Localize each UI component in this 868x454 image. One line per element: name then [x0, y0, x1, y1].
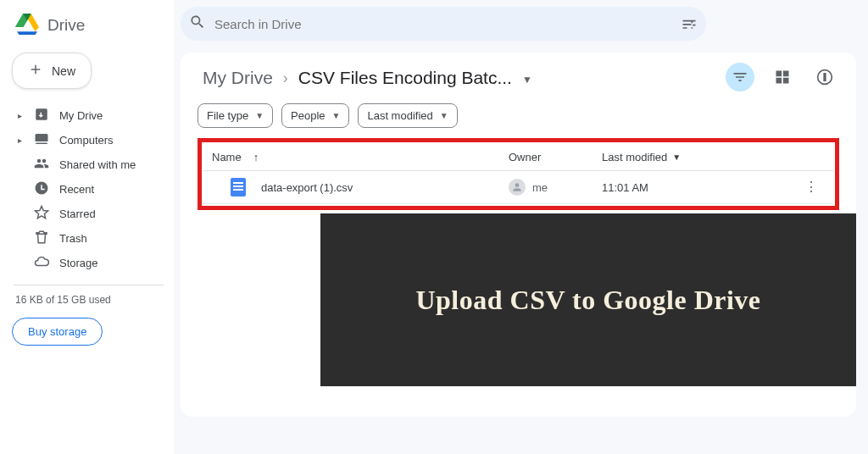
- sidebar-item-my-drive[interactable]: ▸ My Drive: [12, 104, 165, 127]
- filter-toggle-button[interactable]: [726, 63, 754, 91]
- storage-usage-text: 16 KB of 15 GB used: [12, 294, 165, 306]
- filter-chip-last-modified[interactable]: Last modified▼: [358, 103, 457, 128]
- sidebar-item-label: Starred: [59, 208, 162, 220]
- column-header-owner[interactable]: Owner: [509, 151, 602, 163]
- sidebar-item-label: Recent: [59, 183, 162, 196]
- sidebar-item-recent[interactable]: ▸ Recent: [12, 178, 165, 201]
- sort-arrow-up-icon[interactable]: ↑: [253, 151, 259, 163]
- search-input[interactable]: [206, 17, 681, 31]
- overlay-caption: Upload CSV to Google Drive: [415, 285, 760, 316]
- caret-down-icon[interactable]: ▼: [522, 70, 532, 86]
- filter-chip-people[interactable]: People▼: [281, 103, 349, 128]
- new-button-label: New: [52, 64, 75, 78]
- chip-label: People: [291, 109, 325, 122]
- caret-down-icon: ▼: [332, 111, 341, 120]
- sidebar: Drive New ▸ My Drive ▸ Computers ▸ Share…: [0, 0, 174, 454]
- caret-down-icon: ▼: [255, 111, 264, 120]
- search-options-icon[interactable]: [681, 15, 698, 32]
- trash-icon: [34, 230, 49, 247]
- drive-logo-icon: [15, 14, 39, 37]
- row-more-actions-button[interactable]: ⋮: [803, 180, 820, 194]
- chip-label: File type: [207, 109, 248, 122]
- starred-icon: [34, 205, 49, 223]
- sidebar-item-trash[interactable]: ▸ Trash: [12, 227, 165, 250]
- file-name: data-export (1).csv: [261, 181, 353, 194]
- modified-time: 11:01 AM: [602, 181, 737, 194]
- sidebar-item-label: Trash: [59, 232, 162, 245]
- caret-down-icon: ▼: [440, 111, 448, 120]
- sidebar-item-label: Storage: [59, 257, 162, 269]
- expand-icon[interactable]: ▸: [15, 136, 24, 145]
- my-drive-icon: [34, 107, 49, 125]
- sidebar-item-computers[interactable]: ▸ Computers: [12, 129, 165, 152]
- sidebar-item-storage[interactable]: ▸ Storage: [12, 252, 165, 274]
- chevron-right-icon: ›: [283, 69, 288, 87]
- plus-icon: [28, 62, 43, 80]
- new-button[interactable]: New: [12, 53, 92, 89]
- breadcrumb-current[interactable]: CSV Files Encoding Batc...: [293, 64, 517, 91]
- cloud-icon: [34, 254, 49, 272]
- grid-view-button[interactable]: [768, 63, 797, 91]
- caret-down-icon: ▼: [672, 152, 681, 162]
- chip-label: Last modified: [367, 109, 432, 122]
- view-toolbar: [726, 63, 839, 91]
- filter-chip-file-type[interactable]: File type▼: [198, 103, 273, 128]
- sidebar-item-starred[interactable]: ▸ Starred: [12, 202, 165, 225]
- owner-avatar-icon: [509, 179, 526, 196]
- brand[interactable]: Drive: [12, 8, 165, 51]
- search-bar[interactable]: [181, 7, 706, 41]
- recent-icon: [34, 180, 49, 198]
- owner-name: me: [532, 181, 548, 194]
- table-header-row: Name ↑ Owner Last modified ▼: [203, 146, 833, 171]
- annotation-overlay: Upload CSV to Google Drive: [320, 213, 856, 386]
- brand-name: Drive: [47, 16, 85, 35]
- column-header-modified[interactable]: Last modified ▼: [602, 151, 737, 163]
- file-table-highlight: Name ↑ Owner Last modified ▼ data-export…: [198, 138, 839, 210]
- buy-storage-button[interactable]: Buy storage: [12, 318, 103, 346]
- column-label: Last modified: [602, 151, 667, 163]
- computers-icon: [34, 131, 49, 149]
- table-row[interactable]: data-export (1).csv me 11:01 AM ⋮: [203, 171, 833, 204]
- sidebar-divider: [14, 285, 164, 285]
- expand-icon[interactable]: ▸: [15, 111, 24, 120]
- file-icon: [231, 178, 246, 197]
- filter-chips: File type▼ People▼ Last modified▼: [198, 103, 839, 128]
- sidebar-item-label: Shared with me: [59, 158, 162, 171]
- sidebar-item-label: My Drive: [59, 109, 162, 122]
- sidebar-item-shared[interactable]: ▸ Shared with me: [12, 153, 165, 176]
- column-header-name[interactable]: Name ↑: [212, 151, 509, 163]
- search-icon: [189, 14, 206, 34]
- sidebar-nav: ▸ My Drive ▸ Computers ▸ Shared with me …: [12, 104, 165, 274]
- shared-icon: [34, 156, 49, 174]
- details-button[interactable]: [810, 63, 839, 91]
- breadcrumb-root[interactable]: My Drive: [198, 64, 278, 91]
- sidebar-item-label: Computers: [59, 134, 162, 147]
- column-label: Name: [212, 151, 242, 163]
